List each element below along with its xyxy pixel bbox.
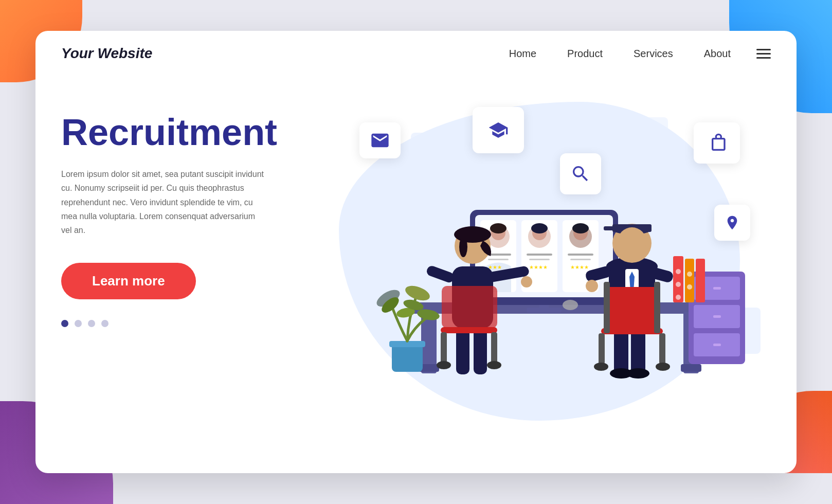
svg-rect-14 [488, 259, 509, 260]
svg-point-80 [676, 269, 681, 274]
svg-text:★★★★: ★★★★ [570, 264, 589, 270]
mail-icon [370, 130, 390, 151]
nav-link-services[interactable]: Services [634, 48, 673, 59]
svg-rect-60 [425, 264, 456, 284]
float-icon-search [560, 153, 601, 194]
svg-rect-75 [713, 315, 721, 318]
svg-point-93 [563, 300, 578, 310]
dot-3[interactable] [88, 320, 95, 327]
svg-point-81 [676, 282, 681, 287]
search-icon [570, 164, 591, 184]
svg-point-49 [594, 363, 608, 371]
hero-section: Recruitment Lorem ipsum dolor sit amet, … [61, 92, 308, 457]
hamburger-line-3 [756, 57, 771, 59]
svg-rect-21 [529, 259, 550, 260]
svg-point-61 [521, 276, 532, 287]
svg-rect-65 [441, 332, 447, 363]
nav-item-product[interactable]: Product [567, 48, 603, 60]
nav-item-home[interactable]: Home [509, 48, 536, 60]
nav-link-product[interactable]: Product [567, 48, 603, 59]
float-icon-mail [359, 122, 401, 158]
svg-rect-53 [654, 282, 660, 333]
svg-rect-79 [696, 259, 705, 302]
logo: Your Website [61, 45, 152, 62]
nav-item-about[interactable]: About [704, 48, 731, 60]
illustration-area: ★★★ ★★★★ ★★★★ [308, 92, 771, 457]
svg-rect-52 [604, 282, 610, 333]
learn-more-button[interactable]: Learn more [61, 263, 196, 299]
graduation-icon [488, 120, 509, 140]
svg-rect-74 [713, 287, 721, 290]
svg-point-19 [531, 223, 548, 233]
svg-rect-37 [604, 226, 614, 230]
dot-4[interactable] [101, 320, 108, 327]
svg-point-67 [437, 361, 451, 369]
hamburger-menu[interactable] [756, 49, 771, 59]
svg-rect-78 [685, 259, 694, 302]
hamburger-line-1 [756, 49, 771, 50]
location-icon [724, 214, 740, 231]
svg-rect-66 [491, 332, 497, 363]
nav-item-services[interactable]: Services [634, 48, 673, 60]
carousel-dots [61, 320, 308, 327]
nav-links: Home Product Services About [509, 48, 731, 60]
svg-rect-47 [599, 333, 605, 364]
hero-description: Lorem ipsum dolor sit amet, sea putant s… [61, 167, 267, 237]
svg-rect-85 [392, 344, 423, 372]
svg-text:★★★★: ★★★★ [529, 264, 548, 270]
svg-rect-28 [570, 259, 591, 260]
svg-point-12 [490, 223, 507, 233]
svg-point-41 [586, 280, 598, 292]
hero-title: Recruitment [61, 112, 308, 153]
float-icon-briefcase [694, 122, 740, 164]
svg-rect-6 [527, 308, 562, 313]
svg-rect-4 [681, 364, 701, 372]
svg-point-83 [687, 272, 692, 277]
navbar: Your Website Home Product Services About [35, 31, 797, 76]
svg-rect-76 [713, 344, 721, 346]
content-area: Recruitment Lorem ipsum dolor sit amet, … [35, 76, 797, 467]
dot-2[interactable] [75, 320, 82, 327]
dot-1[interactable] [61, 320, 68, 327]
svg-point-38 [618, 227, 646, 256]
hamburger-line-2 [756, 53, 771, 55]
svg-rect-27 [568, 254, 593, 256]
svg-point-82 [676, 295, 681, 300]
nav-link-about[interactable]: About [704, 48, 731, 59]
svg-point-45 [627, 368, 649, 379]
svg-rect-20 [527, 254, 552, 256]
svg-point-50 [656, 363, 670, 371]
float-icon-location [714, 205, 750, 241]
svg-point-84 [687, 284, 692, 290]
svg-rect-51 [604, 287, 660, 331]
svg-point-26 [572, 223, 589, 233]
svg-rect-48 [659, 333, 665, 364]
svg-rect-69 [442, 286, 497, 328]
main-card: Your Website Home Product Services About… [35, 31, 797, 473]
float-icon-graduation [473, 107, 524, 153]
briefcase-icon [707, 133, 727, 153]
svg-point-68 [487, 361, 501, 369]
svg-point-58 [457, 228, 488, 241]
svg-text:★★★: ★★★ [488, 264, 502, 270]
nav-link-home[interactable]: Home [509, 48, 536, 59]
